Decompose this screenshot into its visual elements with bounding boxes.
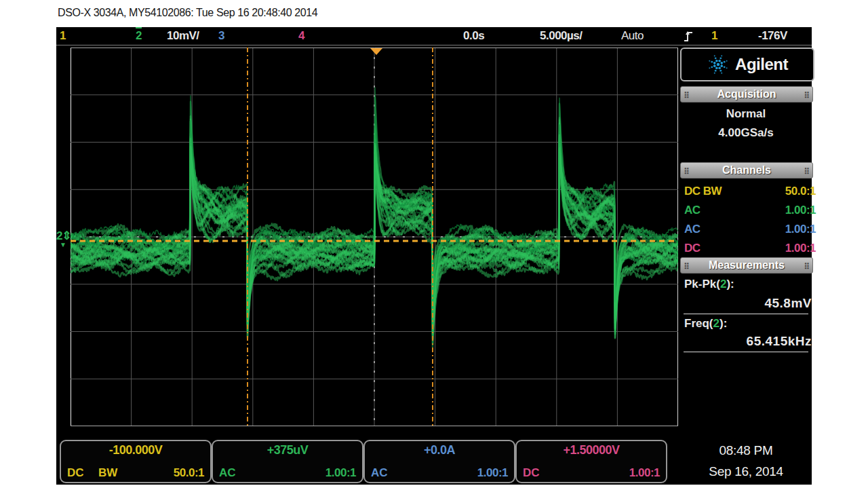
- brand-logo: Agilent: [680, 48, 814, 81]
- logo-dot: [715, 60, 718, 62]
- status-ch1-label[interactable]: 1: [60, 27, 66, 45]
- ch3-offset: +0.0A: [365, 443, 514, 457]
- measurement-channel-tag: 2: [720, 278, 726, 290]
- ch1-probe-ratio: 50.0:1: [785, 182, 816, 201]
- logo-dot: [726, 67, 728, 69]
- status-ch3-label[interactable]: 3: [218, 27, 224, 45]
- logo-dot: [714, 55, 715, 56]
- channel-row-4: DC 1.00:1: [680, 239, 820, 258]
- logo-dot: [724, 66, 726, 68]
- drag-grip-icon: ⠿: [804, 164, 810, 179]
- logo-dot: [718, 67, 721, 69]
- acquisition-title: Acquisition: [717, 88, 776, 100]
- drag-grip-icon: ⠿: [684, 164, 690, 179]
- logo-dot: [721, 62, 724, 64]
- ch3-probe-ratio: 1.00:1: [477, 466, 508, 480]
- acquisition-section-header[interactable]: ⠿ Acquisition ⠿: [680, 86, 813, 102]
- ch2-status-box: +375uV AC 1.00:1: [212, 440, 363, 483]
- logo-dot: [709, 60, 710, 62]
- drag-grip-icon: ⠿: [804, 259, 810, 274]
- channels-title: Channels: [722, 164, 771, 176]
- ch1-probe-ratio: 50.0:1: [174, 466, 204, 480]
- measurement-channel-tag: 2: [713, 317, 719, 330]
- ch4-probe-ratio: 1.00:1: [785, 239, 816, 258]
- acquisition-mode: Normal: [680, 105, 812, 123]
- measurements-title: Measurements: [709, 259, 785, 271]
- scope-screen: 1 2 10mV/ 3 4 0.0s 5.000µs/ Auto 1 -176V…: [56, 27, 812, 485]
- channel-row-1: DC BW 50.0:1: [680, 182, 820, 201]
- ch3-coupling: AC: [371, 466, 388, 480]
- clock-time: 08:48 PM: [680, 443, 812, 458]
- status-ch2-scale[interactable]: 10mV/: [167, 27, 199, 45]
- ch4-status-box: +1.50000V DC 1.00:1: [515, 440, 667, 483]
- logo-dot: [711, 61, 713, 63]
- ch1-offset: -100.000V: [61, 443, 210, 457]
- drag-grip-icon: ⠿: [684, 259, 690, 274]
- measurement-separator: [684, 352, 808, 352]
- measurements-section-header[interactable]: ⠿ Measurements ⠿: [680, 257, 813, 274]
- logo-dot: [721, 64, 724, 67]
- logo-dot: [724, 61, 726, 63]
- ch2-offset: +375uV: [213, 443, 362, 457]
- ch2-marker-arrow-icon: ▼: [60, 241, 66, 248]
- ch2-probe-ratio: 1.00:1: [785, 201, 816, 220]
- logo-dot: [717, 63, 720, 67]
- drag-grip-icon: ⠿: [804, 88, 810, 103]
- logo-dot: [713, 62, 716, 64]
- logo-dot: [711, 66, 713, 68]
- ch1-coupling: DC BW: [684, 182, 722, 201]
- ch2-bw-limited-label: 2: [136, 27, 142, 43]
- ch2-coupling: AC: [684, 201, 701, 220]
- clock-date: Sep 16, 2014: [680, 464, 812, 479]
- ch3-probe-ratio: 1.00:1: [785, 220, 816, 239]
- logo-dot: [719, 57, 722, 59]
- logo-dot: [721, 73, 722, 74]
- brand-name: Agilent: [735, 55, 788, 74]
- logo-dot: [721, 55, 722, 56]
- logo-dot: [726, 60, 728, 62]
- channel-row-2: AC 1.00:1: [680, 201, 820, 220]
- status-ch2-label[interactable]: 2: [136, 27, 142, 45]
- oscilloscope-screenshot: DSO-X 3034A, MY54102086: Tue Sep 16 20:4…: [0, 0, 868, 488]
- agilent-starburst-icon: [707, 53, 730, 76]
- channels-section-header[interactable]: ⠿ Channels ⠿: [680, 162, 813, 179]
- status-timebase[interactable]: 5.000µs/: [540, 27, 583, 45]
- trigger-position-marker-icon[interactable]: [370, 48, 382, 55]
- logo-dot: [718, 60, 721, 62]
- measurement-freq-label: Freq(2):: [680, 315, 816, 333]
- ch2-coupling: AC: [219, 466, 236, 480]
- ch1-coupling: DC: [67, 466, 84, 480]
- status-trigger-source[interactable]: 1: [711, 27, 717, 45]
- status-bar-separator: [56, 45, 812, 45]
- ch1-bw-flag: BW: [98, 466, 117, 480]
- logo-dot: [715, 57, 717, 59]
- measurement-pkpk-value: 45.8mV: [680, 295, 818, 312]
- logo-dot: [719, 70, 722, 72]
- ch3-status-box: +0.0A AC 1.00:1: [363, 440, 515, 483]
- logo-dot: [715, 70, 717, 72]
- ch3-coupling: AC: [684, 220, 701, 239]
- logo-dot: [715, 67, 718, 69]
- ch4-coupling: DC: [523, 466, 540, 480]
- status-trigger-level[interactable]: -176V: [758, 27, 787, 45]
- status-ch4-label[interactable]: 4: [298, 27, 304, 45]
- drag-grip-icon: ⠿: [684, 88, 690, 103]
- status-trigger-mode[interactable]: Auto: [621, 27, 644, 45]
- channel-row-3: AC 1.00:1: [680, 220, 820, 239]
- ch4-offset: +1.50000V: [517, 443, 666, 457]
- ch4-coupling: DC: [684, 239, 701, 258]
- edge-trigger-icon: [684, 27, 693, 45]
- status-delay[interactable]: 0.0s: [463, 27, 484, 45]
- ch2-probe-ratio: 1.00:1: [326, 466, 356, 480]
- acquisition-sample-rate: 4.00GSa/s: [680, 124, 812, 142]
- measurement-freq-value: 65.415kHz: [680, 333, 818, 350]
- measurement-pkpk-label: Pk-Pk(2):: [680, 276, 816, 293]
- waveform-plot: [71, 48, 678, 426]
- ch1-status-box: -100.000V DC BW 50.0:1: [60, 440, 212, 483]
- logo-dot: [713, 64, 716, 67]
- model-title: DSO-X 3034A, MY54102086: Tue Sep 16 20:4…: [58, 7, 317, 19]
- logo-dot: [709, 67, 710, 69]
- measurement-separator: [684, 314, 808, 314]
- logo-dot: [714, 73, 715, 74]
- ch4-probe-ratio: 1.00:1: [629, 466, 660, 480]
